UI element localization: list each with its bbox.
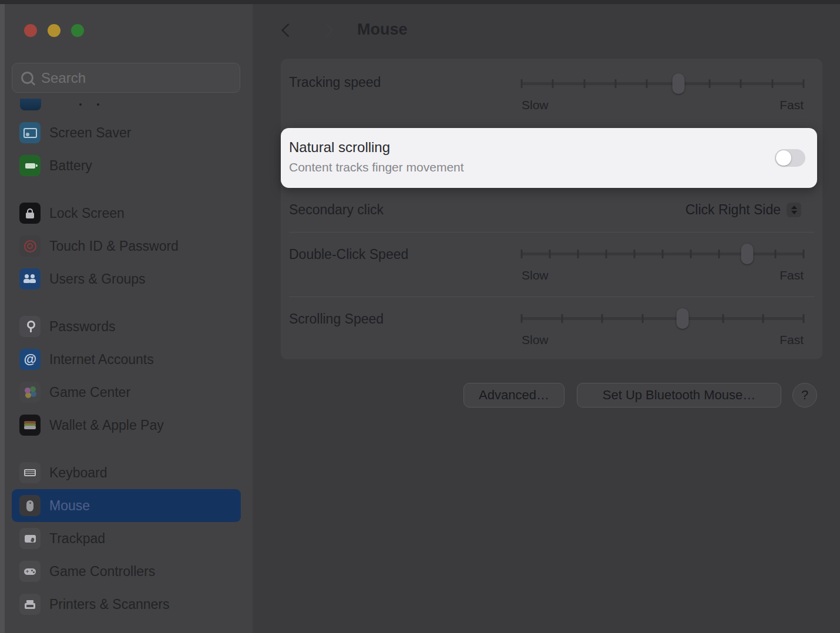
slider-thumb[interactable] [677, 308, 689, 329]
natural-scrolling-row: Natural scrolling Content tracks finger … [281, 128, 817, 188]
window-left-edge [0, 0, 5, 633]
scrolling-speed-max-label: Fast [779, 333, 804, 347]
sidebar-item-label: Internet Accounts [49, 352, 154, 368]
search-icon [21, 72, 33, 84]
sidebar-item-users-groups[interactable]: Users & Groups [12, 262, 241, 295]
mouse-icon [19, 495, 41, 516]
gamecenter-icon [19, 382, 41, 403]
screensaver-icon [19, 122, 41, 143]
sidebar-item-label: Lock Screen [49, 206, 125, 221]
window-top-edge [0, 0, 840, 4]
wallet-icon [19, 415, 41, 436]
sidebar-item-internet-accounts[interactable]: Internet Accounts [12, 343, 241, 376]
natural-scrolling-title: Natural scrolling [289, 139, 390, 156]
settings-panel: Tracking speed Slow Fast Secondary click… [281, 59, 822, 359]
secondary-click-value: Click Right Side [686, 202, 781, 218]
sidebar-list: Screen SaverBatteryLock ScreenTouch ID &… [12, 116, 241, 621]
page-title: Mouse [357, 21, 408, 39]
sidebar-item-printers-scanners[interactable]: Printers & Scanners [12, 588, 241, 621]
chevron-left-icon [281, 23, 295, 37]
sidebar-item-label: Screen Saver [49, 125, 131, 141]
close-button-icon[interactable] [24, 24, 37, 37]
sidebar-item-label: Users & Groups [49, 271, 146, 287]
sidebar-item-game-controllers[interactable]: Game Controllers [12, 555, 241, 588]
scrolling-speed-slider[interactable] [522, 306, 804, 332]
sidebar-item-trackpad[interactable]: Trackpad [12, 522, 241, 555]
divider [289, 297, 814, 297]
sidebar-item-wallet-apple-pay[interactable]: Wallet & Apple Pay [12, 409, 241, 442]
sidebar-item-label: Game Controllers [49, 564, 155, 580]
natural-scrolling-subtitle: Content tracks finger movement [289, 160, 464, 174]
forward-button[interactable] [318, 20, 338, 40]
touchid-icon [19, 235, 41, 257]
sidebar-item-label: Touch ID & Password [49, 238, 179, 254]
chevron-right-icon [320, 23, 334, 37]
lock-icon [19, 203, 41, 224]
double-click-max-label: Fast [779, 268, 804, 282]
advanced-button[interactable]: Advanced… [463, 383, 565, 408]
sidebar-item-label: Game Center [49, 385, 130, 400]
sidebar-item-mouse[interactable]: Mouse [12, 489, 241, 522]
sidebar-item-battery[interactable]: Battery [12, 149, 241, 182]
sidebar-item-label: Printers & Scanners [49, 597, 170, 612]
traffic-lights [24, 24, 84, 37]
zoom-button-icon[interactable] [71, 24, 84, 37]
slider-thumb[interactable] [672, 73, 684, 94]
tracking-speed-label: Tracking speed [289, 75, 381, 90]
sidebar-item-label: Trackpad [49, 531, 105, 547]
internet-icon [19, 349, 41, 370]
passwords-icon [19, 316, 41, 337]
keyboard-icon [19, 462, 41, 483]
scrolling-speed-min-label: Slow [522, 333, 549, 347]
sidebar-item-lock-screen[interactable]: Lock Screen [12, 197, 241, 230]
sidebar-item-keyboard[interactable]: Keyboard [12, 456, 241, 489]
sidebar-item-touch-id-password[interactable]: Touch ID & Password [12, 230, 241, 262]
tracking-speed-slider[interactable] [522, 71, 804, 97]
partial-text-dot [97, 103, 99, 106]
sidebar-item-label: Keyboard [49, 465, 107, 481]
main-content: Mouse Tracking speed Slow Fast Secondary… [253, 0, 840, 633]
sidebar: Search Screen SaverBatteryLock ScreenTou… [5, 0, 253, 633]
double-click-speed-label: Double-Click Speed [289, 247, 408, 262]
double-click-min-label: Slow [522, 268, 549, 282]
sidebar-item-label: Wallet & Apple Pay [49, 417, 164, 433]
help-button[interactable]: ? [792, 383, 817, 408]
sidebar-item-label: Mouse [49, 498, 90, 514]
back-button[interactable] [276, 20, 296, 40]
double-click-speed-slider[interactable] [522, 241, 804, 267]
sidebar-item-passwords[interactable]: Passwords [12, 310, 241, 343]
setup-bluetooth-mouse-button[interactable]: Set Up Bluetooth Mouse… [577, 383, 781, 408]
search-input[interactable]: Search [12, 63, 240, 93]
sidebar-item-screen-saver[interactable]: Screen Saver [12, 116, 241, 149]
sidebar-item-label: Battery [49, 158, 92, 174]
toggle-knob [776, 150, 791, 166]
tracking-speed-min-label: Slow [522, 98, 549, 112]
slider-thumb[interactable] [741, 244, 754, 264]
gamepad-icon [19, 561, 41, 582]
printer-icon [19, 594, 41, 615]
search-placeholder: Search [41, 70, 86, 86]
secondary-click-dropdown[interactable]: Click Right Side [686, 202, 801, 218]
sidebar-item-label: Passwords [49, 319, 115, 335]
scrolling-speed-label: Scrolling Speed [289, 311, 384, 327]
minimize-button-icon[interactable] [48, 24, 61, 37]
dropdown-chevrons-icon [787, 203, 801, 217]
natural-scrolling-toggle[interactable] [775, 149, 805, 167]
tracking-speed-max-label: Fast [779, 98, 804, 112]
secondary-click-label: Secondary click [289, 202, 384, 218]
trackpad-icon [19, 528, 41, 549]
users-icon [19, 268, 41, 289]
battery-icon [19, 155, 41, 176]
sidebar-item-game-center[interactable]: Game Center [12, 376, 241, 409]
divider [289, 232, 814, 233]
partial-text-dot [79, 103, 82, 106]
